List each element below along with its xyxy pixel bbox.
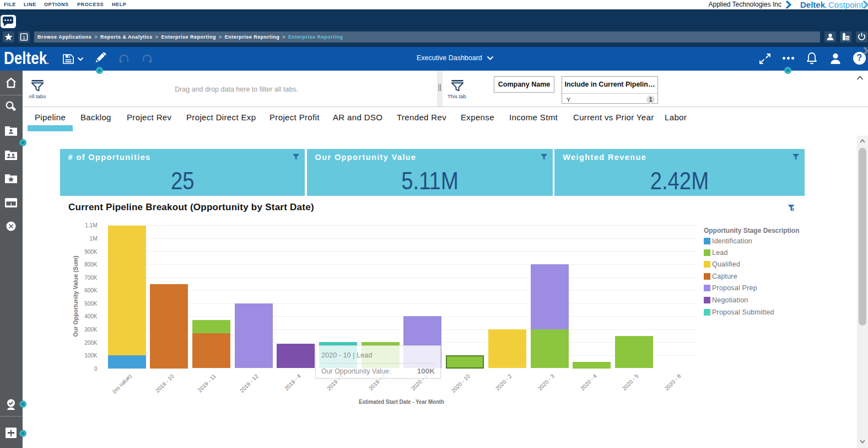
svg-text:1: 1 (23, 35, 25, 40)
